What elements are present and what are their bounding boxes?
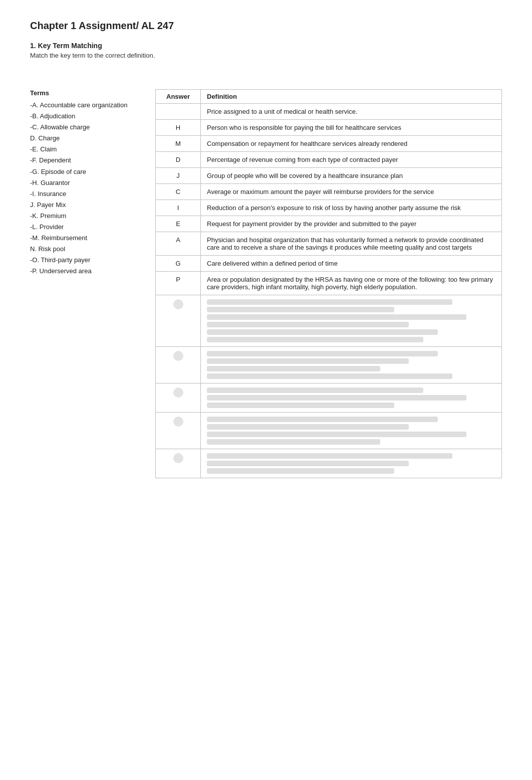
term-item: -K. Premium xyxy=(30,211,140,222)
definition-cell: Percentage of revenue coming from each t… xyxy=(201,152,502,168)
term-item: -B. Adjudication xyxy=(30,111,140,122)
term-item: -I. Insurance xyxy=(30,188,140,200)
term-item: -C. Allowable charge xyxy=(30,122,140,133)
page-title: Chapter 1 Assignment/ AL 247 xyxy=(30,20,502,32)
table-row: GCare delivered within a defined period … xyxy=(156,256,502,272)
table-row-blurred xyxy=(156,295,502,347)
definition-cell: Compensation or repayment for healthcare… xyxy=(201,136,502,152)
definition-header: Definition xyxy=(201,90,502,104)
table-row-blurred xyxy=(156,383,502,413)
term-item: -L. Provider xyxy=(30,222,140,233)
term-item: -P. Underserved area xyxy=(30,266,140,277)
answer-cell-blurred xyxy=(156,383,201,413)
answer-cell: A xyxy=(156,232,201,256)
terms-column: Terms -A. Accountable care organization-… xyxy=(30,89,140,478)
term-item: -A. Accountable care organization xyxy=(30,100,140,111)
matching-table: Answer Definition Price assigned to a un… xyxy=(155,89,502,478)
definition-cell: Group of people who will be covered by a… xyxy=(201,168,502,184)
table-row: Price assigned to a unit of medical or h… xyxy=(156,104,502,120)
term-item: -E. Claim xyxy=(30,144,140,155)
table-row-blurred xyxy=(156,413,502,449)
answer-cell: G xyxy=(156,256,201,272)
answer-cell-blurred xyxy=(156,347,201,383)
definition-cell: Area or population designated by the HRS… xyxy=(201,272,502,295)
definition-cell-blurred xyxy=(201,295,502,347)
definition-cell-blurred xyxy=(201,449,502,478)
definition-cell: Person who is responsible for paying the… xyxy=(201,120,502,136)
section-header: 1. Key Term Matching Match the key term … xyxy=(30,42,502,59)
table-row: MCompensation or repayment for healthcar… xyxy=(156,136,502,152)
answer-cell: E xyxy=(156,216,201,232)
table-row-blurred xyxy=(156,449,502,478)
answer-cell: D xyxy=(156,152,201,168)
definition-cell: Average or maximum amount the payer will… xyxy=(201,184,502,200)
table-row-blurred xyxy=(156,347,502,383)
table-row: HPerson who is responsible for paying th… xyxy=(156,120,502,136)
answer-cell: I xyxy=(156,200,201,216)
definition-cell: Price assigned to a unit of medical or h… xyxy=(201,104,502,120)
term-item: -G. Episode of care xyxy=(30,166,140,177)
answer-cell: P xyxy=(156,272,201,295)
definition-cell: Care delivered within a defined period o… xyxy=(201,256,502,272)
answer-cell: J xyxy=(156,168,201,184)
definition-cell-blurred xyxy=(201,347,502,383)
answer-cell: C xyxy=(156,184,201,200)
definition-cell-blurred xyxy=(201,413,502,449)
table-row: JGroup of people who will be covered by … xyxy=(156,168,502,184)
answer-cell-blurred xyxy=(156,295,201,347)
term-item: -H. Guarantor xyxy=(30,177,140,188)
table-row: ERequest for payment provider by the pro… xyxy=(156,216,502,232)
answer-cell: M xyxy=(156,136,201,152)
table-column: Answer Definition Price assigned to a un… xyxy=(155,89,502,478)
term-item: D. Charge xyxy=(30,133,140,144)
table-row: IReduction of a person's exposure to ris… xyxy=(156,200,502,216)
definition-cell: Reduction of a person's exposure to risk… xyxy=(201,200,502,216)
definition-cell: Physician and hospital organization that… xyxy=(201,232,502,256)
table-row: APhysician and hospital organization tha… xyxy=(156,232,502,256)
term-item: -O. Third-party payer xyxy=(30,255,140,266)
definition-cell-blurred xyxy=(201,383,502,413)
answer-header: Answer xyxy=(156,90,201,104)
terms-header: Terms xyxy=(30,89,140,97)
table-row: CAverage or maximum amount the payer wil… xyxy=(156,184,502,200)
answer-cell: H xyxy=(156,120,201,136)
content-area: Terms -A. Accountable care organization-… xyxy=(30,89,502,478)
answer-cell xyxy=(156,104,201,120)
answer-cell-blurred xyxy=(156,449,201,478)
term-item: -F. Dependent xyxy=(30,155,140,166)
term-item: N. Risk pool xyxy=(30,244,140,255)
term-item: J. Payer Mix xyxy=(30,200,140,211)
table-row: PArea or population designated by the HR… xyxy=(156,272,502,295)
section-subtitle: Match the key term to the correct defini… xyxy=(30,52,502,59)
definition-cell: Request for payment provider by the prov… xyxy=(201,216,502,232)
answer-cell-blurred xyxy=(156,413,201,449)
table-row: DPercentage of revenue coming from each … xyxy=(156,152,502,168)
terms-list: -A. Accountable care organization-B. Adj… xyxy=(30,100,140,277)
section-title: 1. Key Term Matching xyxy=(30,42,502,50)
term-item: -M. Reimbursement xyxy=(30,233,140,244)
